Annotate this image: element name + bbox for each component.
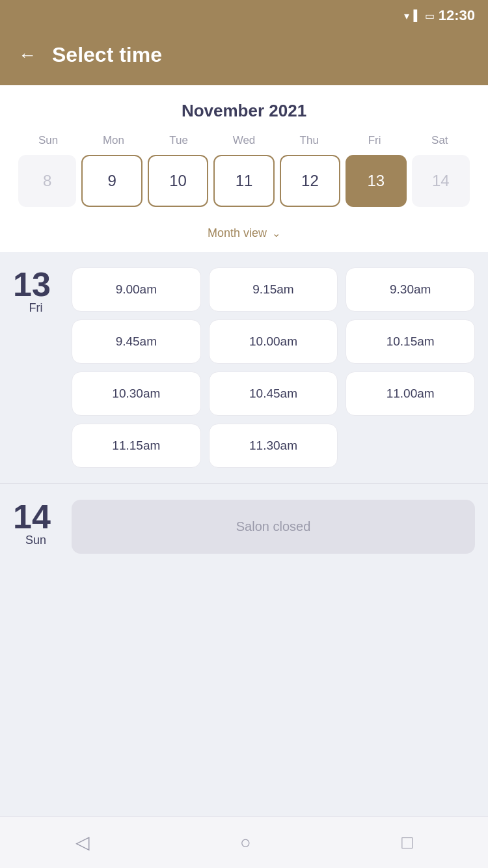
day-number-label-13: 13 Fri: [13, 267, 59, 315]
status-time: 12:30: [439, 7, 475, 24]
time-slot-930am[interactable]: 9.30am: [346, 267, 475, 312]
time-slot-1130am[interactable]: 11.30am: [209, 424, 338, 468]
day-name-13: Fri: [13, 301, 59, 315]
time-slot-1100am[interactable]: 11.00am: [346, 372, 475, 416]
weekday-mon: Mon: [81, 134, 146, 147]
status-bar: ▾ ▌ ▭ 12:30: [0, 0, 488, 31]
time-slot-1045am[interactable]: 10.45am: [209, 372, 338, 416]
time-grid-13: 9.00am 9.15am 9.30am 9.45am 10.00am 10.1…: [72, 267, 475, 468]
salon-closed-banner: Salon closed: [72, 500, 475, 554]
nav-back-button[interactable]: ◁: [75, 832, 90, 853]
time-slot-1000am[interactable]: 10.00am: [209, 319, 338, 364]
weekday-sun: Sun: [16, 134, 81, 147]
header: ← Select time: [0, 31, 488, 85]
dates-row: 8 9 10 11 12 13 14: [13, 155, 475, 207]
day-block-14: 14 Sun Salon closed: [0, 483, 488, 569]
signal-icon: ▌: [413, 10, 420, 21]
date-11[interactable]: 11: [213, 155, 274, 207]
nav-bar: ◁ ○ □: [0, 816, 488, 868]
time-slot-1030am[interactable]: 10.30am: [72, 372, 201, 416]
date-12[interactable]: 12: [280, 155, 340, 207]
time-slot-945am[interactable]: 9.45am: [72, 319, 201, 364]
month-view-toggle[interactable]: Month view ⌄: [13, 217, 475, 252]
day-header-14: 14 Sun Salon closed: [13, 500, 475, 554]
page-title: Select time: [52, 43, 162, 67]
date-13[interactable]: 13: [346, 155, 406, 207]
nav-recent-button[interactable]: □: [401, 832, 413, 853]
weekday-thu: Thu: [277, 134, 342, 147]
time-slot-900am[interactable]: 9.00am: [72, 267, 201, 312]
time-slot-1015am[interactable]: 10.15am: [346, 319, 475, 364]
time-slot-915am[interactable]: 9.15am: [209, 267, 338, 312]
back-button[interactable]: ←: [18, 46, 36, 64]
month-year-label: November 2021: [13, 101, 475, 121]
wifi-icon: ▾: [404, 10, 409, 22]
month-view-label: Month view: [208, 226, 267, 240]
time-slots-section: 13 Fri 9.00am 9.15am 9.30am 9.45am 10.00…: [0, 252, 488, 816]
weekday-fri: Fri: [342, 134, 407, 147]
date-10[interactable]: 10: [148, 155, 208, 207]
day-number-13: 13: [13, 267, 59, 301]
weekday-sat: Sat: [407, 134, 472, 147]
day-header-13: 13 Fri 9.00am 9.15am 9.30am 9.45am 10.00…: [13, 267, 475, 468]
date-9[interactable]: 9: [81, 155, 142, 207]
day-number-label-14: 14 Sun: [13, 500, 59, 547]
time-slot-1115am[interactable]: 11.15am: [72, 424, 201, 468]
weekday-wed: Wed: [211, 134, 277, 147]
weekday-tue: Tue: [146, 134, 211, 147]
day-name-14: Sun: [13, 534, 59, 547]
nav-home-button[interactable]: ○: [240, 832, 251, 853]
weekday-row: Sun Mon Tue Wed Thu Fri Sat: [13, 134, 475, 147]
date-14: 14: [412, 155, 470, 207]
battery-icon: ▭: [425, 10, 435, 22]
status-icons: ▾ ▌ ▭ 12:30: [404, 7, 475, 24]
day-number-14: 14: [13, 500, 59, 534]
closed-container: Salon closed: [72, 500, 475, 554]
day-block-13: 13 Fri 9.00am 9.15am 9.30am 9.45am 10.00…: [0, 252, 488, 483]
chevron-down-icon: ⌄: [272, 227, 280, 239]
calendar-section: November 2021 Sun Mon Tue Wed Thu Fri Sa…: [0, 85, 488, 252]
date-8: 8: [18, 155, 76, 207]
